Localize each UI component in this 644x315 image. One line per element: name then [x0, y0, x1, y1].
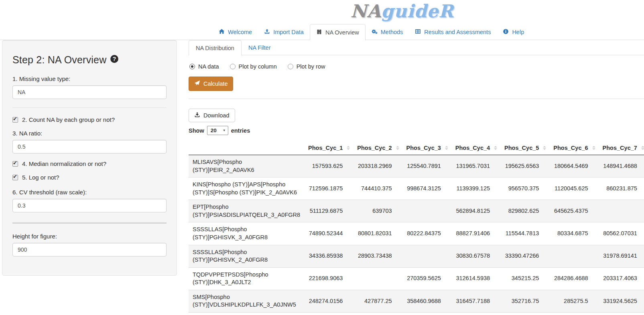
nav-tab-results-and-assessments[interactable]: Results and Assessments	[409, 24, 497, 40]
sort-icon	[494, 146, 497, 150]
nav-tab-na-overview[interactable]: NA Overview	[310, 24, 366, 40]
row-name-cell: TQDPVPPETPSDS[Phospho (STY)]DHK_3_A0JLT2	[189, 267, 305, 290]
checkbox-median-normalization[interactable]: ✔ 4. Median normalization or not?	[12, 160, 167, 167]
value-cell: 248274.0156	[305, 290, 354, 312]
page-length-control: Show 20 ▼ entries	[189, 126, 644, 135]
info-icon	[503, 28, 509, 36]
value-cell	[403, 245, 452, 267]
nav-tab-label: Import Data	[273, 29, 304, 35]
table-row: SMS[Phospho (STY)]VDLSHIPLKDPLLFK_3_A0JN…	[189, 290, 644, 312]
nav-tab-help[interactable]: Help	[497, 24, 530, 40]
table-row: KINS[Phospho (STY)]APS[Phospho (STY)]S[P…	[189, 178, 644, 200]
row-name-cell: SSSSLLAS[Phospho (STY)]PGHISVK_3_A0FGR8	[189, 222, 305, 245]
table-row: MLISAVS[Phospho (STY)]PEIR_2_A0AVK615759…	[189, 155, 644, 178]
row-name-cell: EPT[Phospho (STY)]PSIASDISLPIATQELR_3_A0…	[189, 200, 305, 222]
row-name-cell: MLISAVS[Phospho (STY)]PEIR_2_A0AVK6	[189, 155, 305, 178]
value-cell: 331924.5625	[599, 290, 644, 312]
value-cell: 712596.1875	[305, 178, 354, 200]
value-cell: 157593.625	[305, 155, 354, 178]
calculate-button[interactable]: Calculate	[189, 77, 233, 91]
value-cell: 31978.69141	[599, 245, 644, 267]
value-cell: 1120045.625	[550, 178, 599, 200]
value-cell: 270359.5625	[403, 267, 452, 290]
table-row: EPT[Phospho (STY)]PSIASDISLPIATQELR_3_A0…	[189, 200, 644, 222]
value-cell: 998674.3125	[403, 178, 452, 200]
column-header-Phos_Cyc_1[interactable]: Phos_Cyc_1	[305, 141, 354, 155]
column-header-Phos_Cyc_5[interactable]: Phos_Cyc_5	[501, 141, 550, 155]
column-header-Phos_Cyc_6[interactable]: Phos_Cyc_6	[550, 141, 599, 155]
value-cell: 88827.91406	[452, 222, 501, 245]
nav-tab-label: Help	[512, 29, 524, 35]
nav-tab-import-data[interactable]: Import Data	[258, 24, 310, 40]
checkbox-log-or-not-label: 5. Log or not?	[22, 174, 59, 181]
value-cell: 80801.82031	[354, 222, 403, 245]
figure-height-label: Height for figure:	[12, 233, 167, 240]
value-cell	[599, 200, 644, 222]
binoculars-icon	[316, 29, 322, 36]
column-header-Phos_Cyc_7[interactable]: Phos_Cyc_7	[599, 141, 644, 155]
value-cell: 28903.73438	[354, 245, 403, 267]
cv-threshold-input[interactable]: 0.3	[12, 199, 167, 212]
nav-tab-methods[interactable]: Methods	[366, 24, 409, 40]
value-cell: 131965.7031	[452, 155, 501, 178]
nav-tab-label: NA Overview	[325, 29, 359, 36]
value-cell	[550, 245, 599, 267]
row-name-cell: SSSSLLAS[Phospho (STY)]PGHISVK_2_A0FGR8	[189, 245, 305, 267]
tab-na-filter[interactable]: NA Filter	[242, 40, 278, 55]
column-header-Phos_Cyc_2[interactable]: Phos_Cyc_2	[354, 141, 403, 155]
radio-na-data[interactable]: NA data	[189, 63, 219, 70]
value-cell: 80562.07031	[599, 222, 644, 245]
nav-tab-label: Welcome	[228, 29, 252, 35]
figure-height-input[interactable]: 900	[12, 243, 167, 256]
tab-na-distribution[interactable]: NA Distribution	[189, 40, 242, 56]
page-length-select[interactable]: 20 ▼	[207, 126, 228, 135]
question-icon[interactable]: ?	[110, 54, 119, 66]
value-cell: 34336.85938	[305, 245, 354, 267]
show-label: Show	[189, 127, 204, 134]
column-header-label: Phos_Cyc_2	[357, 145, 392, 151]
value-cell: 125540.7891	[403, 155, 452, 178]
checkbox-icon: ✔	[12, 161, 18, 167]
value-cell: 284286.4688	[550, 267, 599, 290]
nav-tabs: Welcome Import Data NA Overview Methods …	[213, 24, 530, 40]
value-cell	[403, 200, 452, 222]
radio-plot-by-row[interactable]: Plot by row	[288, 63, 325, 70]
sidebar-section-divider	[12, 223, 167, 223]
na-data-table: Phos_Cyc_1Phos_Cyc_2Phos_Cyc_3Phos_Cyc_4…	[189, 141, 644, 313]
value-cell: 860231.875	[599, 178, 644, 200]
value-cell: 285275.5	[550, 290, 599, 312]
chevron-down-icon: ▼	[223, 129, 226, 132]
logo-gray-part: NA	[350, 1, 381, 21]
value-cell: 1139399.125	[452, 178, 501, 200]
column-header-label: Phos_Cyc_6	[553, 145, 588, 151]
na-ratio-input[interactable]: 0.5	[12, 140, 167, 153]
checkbox-icon: ✔	[12, 175, 18, 180]
nav-tab-welcome[interactable]: Welcome	[213, 24, 258, 40]
value-cell: 358460.9688	[403, 290, 452, 312]
logo-blue-part: guideR	[381, 1, 454, 21]
svg-text:?: ?	[113, 56, 116, 62]
table-header-row: Phos_Cyc_1Phos_Cyc_2Phos_Cyc_3Phos_Cyc_4…	[189, 141, 644, 155]
sort-icon	[347, 146, 350, 150]
entries-label: entries	[231, 127, 250, 134]
sort-icon	[592, 146, 595, 150]
radio-plot-by-column[interactable]: Plot by column	[230, 63, 277, 70]
page: NAguideR Welcome Import Data NA Overview…	[0, 0, 644, 315]
value-cell: 33390.47266	[501, 245, 550, 267]
row-names-column-header[interactable]	[189, 141, 305, 155]
column-header-Phos_Cyc_3[interactable]: Phos_Cyc_3	[403, 141, 452, 155]
value-cell: 829802.625	[501, 200, 550, 222]
download-icon	[194, 112, 200, 119]
radio-icon	[230, 64, 236, 69]
subtab-label: NA Distribution	[196, 45, 234, 51]
checkbox-log-or-not[interactable]: ✔ 5. Log or not?	[12, 174, 167, 181]
value-cell: 74890.52344	[305, 222, 354, 245]
value-cell: 562894.8125	[452, 200, 501, 222]
column-header-label: Phos_Cyc_5	[504, 145, 539, 151]
column-header-Phos_Cyc_4[interactable]: Phos_Cyc_4	[452, 141, 501, 155]
checkbox-count-na[interactable]: ✔ 2. Count NA by each group or not?	[12, 116, 167, 123]
missing-value-type-input[interactable]: NA	[12, 85, 167, 99]
download-button[interactable]: Download	[189, 109, 235, 122]
table-row: SSSSLLAS[Phospho (STY)]PGHISVK_3_A0FGR87…	[189, 222, 644, 245]
checkbox-icon: ✔	[12, 117, 18, 123]
